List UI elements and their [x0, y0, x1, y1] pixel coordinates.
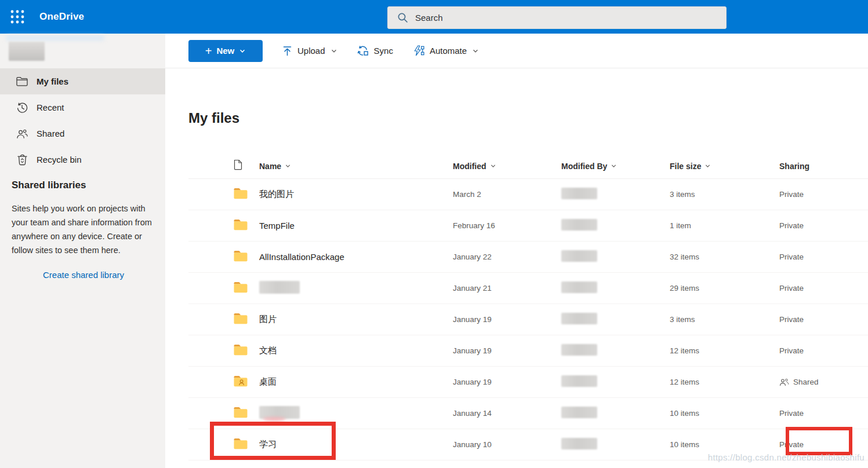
redacted-modified-by [561, 281, 597, 293]
table-row[interactable]: 桌面 January 19 12 items Shared [188, 367, 868, 398]
column-header-sharing[interactable]: Sharing [779, 162, 868, 171]
chevron-down-icon [331, 47, 337, 54]
file-size: 3 items [670, 315, 779, 324]
file-name: 学习 [259, 439, 277, 449]
chevron-down-icon [490, 163, 496, 169]
table-row[interactable]: 学习 January 10 10 items Private [188, 429, 868, 460]
upload-icon [282, 46, 292, 56]
app-launcher-waffle-icon[interactable] [10, 9, 25, 24]
sidebar-item-recycle-bin[interactable]: Recycle bin [0, 147, 165, 173]
sync-icon [357, 45, 369, 56]
search-box[interactable] [387, 6, 727, 29]
upload-label: Upload [297, 46, 325, 56]
folder-icon [234, 316, 248, 326]
redacted-modified-by [561, 407, 597, 418]
upload-button[interactable]: Upload [282, 46, 337, 56]
sidebar-item-shared[interactable]: Shared [0, 120, 165, 147]
table-row[interactable]: 图片 January 19 3 items Private [188, 304, 868, 335]
file-size: 12 items [670, 378, 779, 386]
sharing-status: Private [779, 253, 804, 261]
sidebar-item-label: Recent [37, 103, 64, 112]
trash-icon [16, 154, 28, 166]
shared-libraries-description: Sites help you work on projects with you… [12, 202, 155, 257]
sidebar-item-recent[interactable]: Recent [0, 94, 165, 120]
redacted-user-smudge [6, 35, 104, 41]
column-header-modified[interactable]: Modified [453, 162, 561, 171]
folder-icon [234, 379, 248, 389]
redacted-modified-by [561, 188, 597, 199]
column-header-name[interactable]: Name [259, 162, 453, 171]
sync-label: Sync [374, 46, 393, 56]
create-shared-library-link[interactable]: Create shared library [12, 270, 155, 280]
sharing-status: Private [779, 221, 804, 230]
folder-icon [234, 285, 248, 295]
table-row[interactable]: January 21 29 items Private [188, 273, 868, 304]
redacted-file-name [259, 406, 300, 419]
modified-date: January 19 [453, 315, 561, 324]
redacted-user-name [9, 42, 45, 61]
automate-label: Automate [430, 46, 467, 56]
file-size: 1 item [670, 221, 779, 230]
chevron-down-icon [285, 163, 291, 169]
file-size: 10 items [670, 440, 779, 449]
chevron-down-icon [472, 47, 479, 54]
redacted-modified-by [561, 344, 597, 356]
folder-icon [234, 254, 248, 264]
modified-date: January 19 [453, 346, 561, 355]
modified-date: March 2 [453, 190, 561, 199]
column-header-file-size[interactable]: File size [670, 162, 779, 171]
search-input[interactable] [415, 13, 693, 23]
file-size: 12 items [670, 346, 779, 355]
shared-libraries-heading: Shared libraries [12, 180, 155, 191]
table-row[interactable]: 我的图片 March 2 3 items Private [188, 179, 868, 210]
table-row[interactable]: AllInstallationPackage January 22 32 ite… [188, 242, 868, 273]
sharing-status: Private [779, 440, 804, 449]
folder-icon [16, 76, 28, 87]
folder-icon [234, 222, 248, 232]
modified-date: January 22 [453, 253, 561, 261]
redacted-modified-by [561, 438, 597, 449]
people-icon [779, 378, 789, 386]
sidebar-item-my-files[interactable]: My files [0, 68, 165, 94]
search-icon [397, 12, 408, 23]
folder-icon [234, 410, 248, 420]
file-name: 图片 [259, 314, 277, 324]
app-title[interactable]: OneDrive [39, 11, 84, 23]
sharing-status: Shared [793, 378, 819, 386]
file-name: TempFile [259, 221, 295, 231]
modified-date: January 21 [453, 284, 561, 292]
folder-icon [234, 348, 248, 357]
document-type-column-icon[interactable] [234, 159, 242, 173]
table-row[interactable]: TempFile February 16 1 item Private [188, 210, 868, 242]
redacted-modified-by [561, 250, 597, 262]
table-row[interactable]: 文档 January 19 12 items Private [188, 335, 868, 367]
new-button[interactable]: + New [188, 40, 263, 62]
file-table: Name Modified Modified By File size Shar… [188, 153, 868, 460]
file-name: AllInstallationPackage [259, 252, 344, 262]
sharing-status: Private [779, 190, 804, 199]
people-icon [16, 128, 28, 140]
chevron-down-icon [239, 47, 246, 54]
file-size: 10 items [670, 409, 779, 418]
file-size: 3 items [670, 190, 779, 199]
chevron-down-icon [611, 163, 617, 169]
sharing-status: Private [779, 315, 804, 324]
chevron-down-icon [704, 163, 711, 169]
sidebar: My files Recent [0, 34, 165, 468]
modified-date: January 14 [453, 409, 561, 418]
modified-date: January 19 [453, 378, 561, 386]
file-size: 29 items [670, 284, 779, 292]
sync-button[interactable]: Sync [357, 45, 393, 56]
table-row[interactable]: January 14 10 items Private [188, 398, 868, 429]
redacted-modified-by [561, 313, 597, 324]
shared-libraries-section: Shared libraries Sites help you work on … [12, 180, 155, 280]
main-content: My files Name Modified [165, 68, 868, 468]
automate-button[interactable]: Automate [413, 45, 479, 56]
file-name: 文档 [259, 345, 277, 355]
folder-icon [234, 441, 248, 451]
column-header-modified-by[interactable]: Modified By [561, 162, 670, 171]
history-icon [16, 102, 28, 114]
sharing-status: Private [779, 346, 804, 355]
sharing-status: Private [779, 409, 804, 418]
automate-icon [413, 45, 424, 56]
